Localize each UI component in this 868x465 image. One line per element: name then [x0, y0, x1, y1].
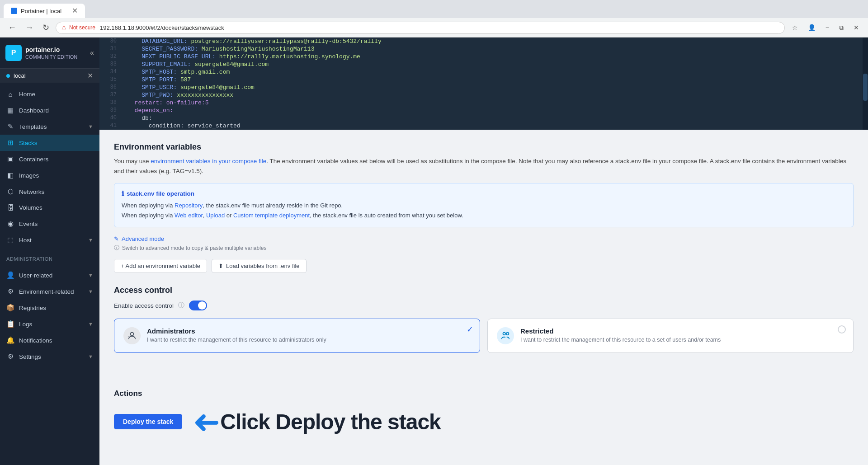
- home-label: Home: [19, 91, 35, 98]
- sidebar-item-environment-related[interactable]: ⚙ Environment-related ▼: [0, 283, 99, 300]
- sidebar-item-dashboard[interactable]: ▦ Dashboard: [0, 102, 99, 118]
- line-content: restart: on-failure:5: [122, 99, 868, 106]
- line-content: SUPPORT_EMAIL: supergate84@gmail.com: [122, 61, 868, 68]
- close-button[interactable]: ✕: [850, 22, 863, 33]
- advanced-mode-toggle[interactable]: ✎ Advanced mode: [114, 235, 854, 242]
- forward-button[interactable]: →: [23, 21, 36, 34]
- custom-template-link[interactable]: Custom template deployment: [233, 212, 310, 219]
- line-content: SMTP_PORT: 587: [122, 76, 868, 83]
- sidebar-item-host[interactable]: ⬚ Host ▼: [0, 232, 99, 248]
- restricted-card-icon: [497, 327, 514, 344]
- active-tab[interactable]: Portainer | local ✕: [4, 4, 85, 18]
- sidebar-item-images[interactable]: ◧ Images: [0, 167, 99, 183]
- code-line: 38 restart: on-failure:5: [99, 99, 868, 107]
- sidebar-item-home[interactable]: ⌂ Home: [0, 86, 99, 102]
- tab-close-button[interactable]: ✕: [72, 7, 78, 14]
- upload-icon: ⬆: [218, 263, 223, 269]
- sidebar-collapse-button[interactable]: «: [90, 49, 94, 57]
- sidebar-item-settings[interactable]: ⚙ Settings ▼: [0, 348, 99, 365]
- line-content: db:: [122, 115, 868, 122]
- editor-scrollbar[interactable]: [863, 38, 868, 130]
- notifications-label: Notifications: [19, 337, 52, 344]
- sidebar-item-notifications[interactable]: 🔔 Notifications: [0, 332, 99, 348]
- volumes-icon: 🗄: [6, 204, 14, 211]
- administrators-card-title: Administrators: [147, 327, 326, 335]
- line-number: 39: [99, 107, 122, 113]
- line-number: 33: [99, 61, 122, 67]
- access-control-toggle[interactable]: [189, 301, 207, 310]
- images-icon: ◧: [6, 171, 14, 179]
- info-box-content: When deploying via Repository, the stack…: [122, 201, 846, 221]
- restore-button[interactable]: ⧉: [835, 22, 847, 33]
- sidebar-item-registries[interactable]: 📦 Registries: [0, 300, 99, 316]
- user-related-icon: 👤: [6, 271, 14, 279]
- environment-related-chevron-icon: ▼: [88, 289, 93, 294]
- env-close-button[interactable]: ✕: [87, 71, 93, 80]
- networks-label: Networks: [19, 188, 44, 195]
- sidebar-item-stacks[interactable]: ⊞ Stacks: [0, 135, 99, 151]
- sidebar-item-volumes[interactable]: 🗄 Volumes: [0, 200, 99, 216]
- administrators-card-content: Administrators I want to restrict the ma…: [147, 327, 326, 343]
- minimize-button[interactable]: −: [822, 22, 833, 33]
- address-bar[interactable]: ⚠ Not secure 192.168.1.18:9000/#!/2/dock…: [56, 22, 785, 34]
- code-line: 33 SUPPORT_EMAIL: supergate84@gmail.com: [99, 61, 868, 68]
- enable-access-control-row: Enable access control ⓘ: [114, 301, 854, 310]
- code-line: 39 depends_on:: [99, 107, 868, 114]
- profile-button[interactable]: 👤: [804, 22, 819, 33]
- toggle-knob: [198, 301, 206, 310]
- browser-chrome: Portainer | local ✕ ← → ↻ ⚠ Not secure 1…: [0, 0, 868, 38]
- reload-button[interactable]: ↻: [40, 21, 52, 34]
- line-number: 36: [99, 84, 122, 90]
- stacks-label: Stacks: [19, 140, 38, 146]
- repository-link[interactable]: Repository: [175, 202, 203, 209]
- sidebar-logo: P portainer.io COMMUNITY EDITION «: [0, 38, 99, 69]
- actions-title: Actions: [114, 389, 854, 398]
- containers-label: Containers: [19, 156, 48, 163]
- code-line: 32 NEXT_PUBLIC_BASE_URL: https://rallly.…: [99, 53, 868, 61]
- svg-point-2: [503, 333, 506, 335]
- sidebar-item-events[interactable]: ◉ Events: [0, 216, 99, 232]
- home-icon: ⌂: [6, 90, 14, 98]
- tab-label: Portainer | local: [21, 8, 61, 14]
- images-label: Images: [19, 172, 39, 179]
- logs-icon: 📋: [6, 320, 14, 328]
- sidebar-item-containers[interactable]: ▣ Containers: [0, 151, 99, 167]
- line-content: depends_on:: [122, 107, 868, 114]
- sidebar-item-user-related[interactable]: 👤 User-related ▼: [0, 267, 99, 283]
- sidebar-env-selector[interactable]: local ✕: [0, 69, 99, 83]
- code-line: 30 DATABASE_URL: postgres://ralllyuser:r…: [99, 38, 868, 45]
- advanced-mode-subtitle: ⓘ Switch to advanced mode to copy & past…: [114, 244, 854, 252]
- load-env-file-button[interactable]: ⬆ Load variables from .env file: [212, 259, 307, 273]
- line-number: 34: [99, 69, 122, 75]
- upload-link[interactable]: Upload: [206, 212, 225, 219]
- env-variables-section: Environment variables You may use enviro…: [99, 130, 868, 380]
- administrators-card-desc: I want to restrict the management of thi…: [147, 337, 326, 343]
- env-compose-link[interactable]: environment variables in your compose fi…: [151, 158, 266, 164]
- restricted-card[interactable]: Restricted I want to restrict the manage…: [487, 319, 854, 353]
- bookmark-button[interactable]: ☆: [788, 22, 802, 33]
- administrators-card[interactable]: Administrators I want to restrict the ma…: [114, 319, 480, 353]
- line-content: NEXT_PUBLIC_BASE_URL: https://rallly.mar…: [122, 53, 868, 60]
- info-sub-icon: ⓘ: [114, 244, 119, 252]
- templates-chevron-icon: ▼: [88, 124, 93, 129]
- logo-text: portainer.io COMMUNITY EDITION: [25, 46, 77, 60]
- code-line: 35 SMTP_PORT: 587: [99, 76, 868, 84]
- administrators-card-icon: [123, 327, 141, 344]
- sidebar-item-templates[interactable]: ✎ Templates ▼: [0, 118, 99, 135]
- code-line: 34 SMTP_HOST: smtp.gmail.com: [99, 68, 868, 76]
- user-related-chevron-icon: ▼: [88, 272, 93, 278]
- events-label: Events: [19, 221, 38, 227]
- templates-label: Templates: [19, 123, 47, 130]
- line-content: SECRET_PASSWORD: MariushostingMariushost…: [122, 46, 868, 52]
- access-control-title: Access control: [114, 286, 854, 295]
- sidebar-item-networks[interactable]: ⬡ Networks: [0, 183, 99, 200]
- restricted-radio-button[interactable]: [838, 325, 846, 333]
- add-env-variable-button[interactable]: + Add an environment variable: [114, 259, 207, 273]
- deploy-stack-button[interactable]: Deploy the stack: [114, 414, 182, 429]
- back-button[interactable]: ←: [5, 21, 19, 34]
- access-control-help-icon: ⓘ: [178, 301, 184, 310]
- web-editor-link[interactable]: Web editor: [175, 212, 203, 219]
- sidebar-item-logs[interactable]: 📋 Logs ▼: [0, 316, 99, 332]
- security-label: Not secure: [69, 24, 95, 31]
- env-info-box: ℹ stack.env file operation When deployin…: [114, 183, 854, 227]
